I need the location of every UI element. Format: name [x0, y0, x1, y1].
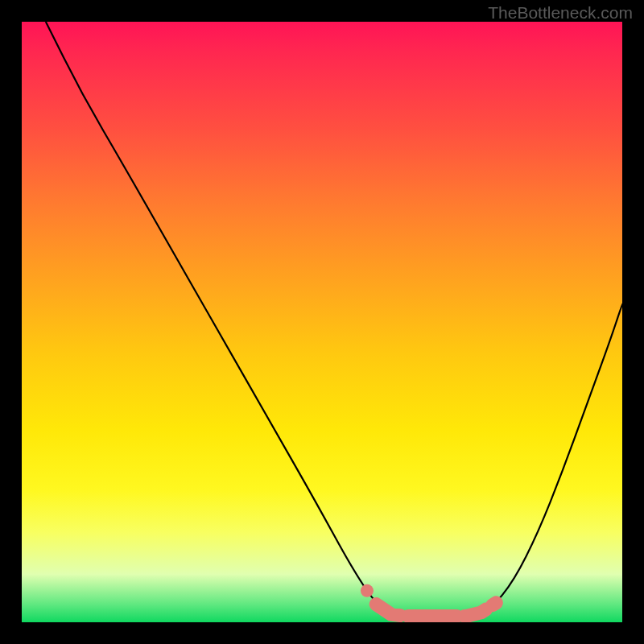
bottleneck-curve-line — [46, 22, 622, 617]
highlight-segment — [361, 584, 496, 617]
curve-svg — [22, 22, 622, 622]
chart-plot-area — [22, 22, 622, 622]
svg-point-0 — [361, 584, 374, 597]
attribution-text: TheBottleneck.com — [488, 3, 633, 23]
